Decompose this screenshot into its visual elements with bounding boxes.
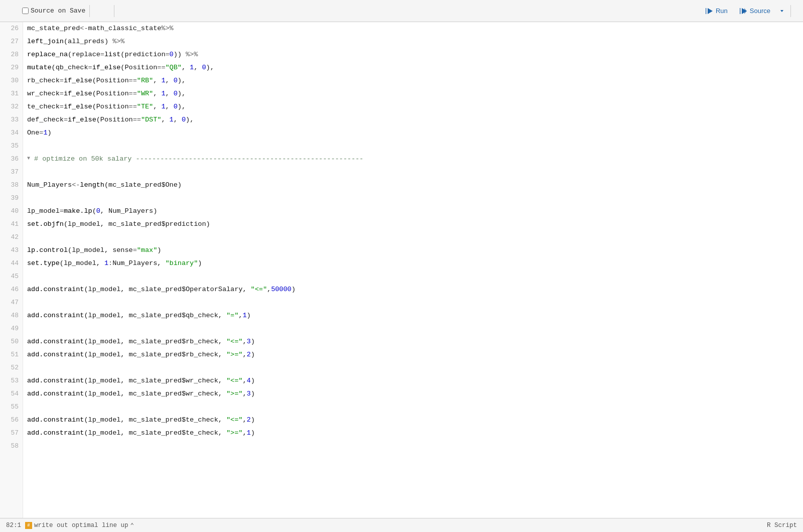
section-dropdown-icon: ⌃ xyxy=(130,521,135,529)
svg-marker-18 xyxy=(744,8,747,14)
toolbar: Source on Save xyxy=(0,0,803,22)
source-on-save-checkbox[interactable] xyxy=(22,8,29,14)
code-line[interactable]: ▼# optimize on 50k salary --------------… xyxy=(23,153,803,166)
code-line[interactable]: add.constraint(lp_model, mc_slate_pred$r… xyxy=(23,348,803,361)
code-lines: mc_state_pred <- math_classic_state %>% … xyxy=(23,22,803,453)
back-button[interactable] xyxy=(4,9,8,13)
code-line[interactable]: def_check = if_else(Position == "DST", 1… xyxy=(23,113,803,126)
code-line[interactable] xyxy=(23,401,803,414)
line-number: 40 xyxy=(0,205,23,218)
code-line[interactable]: add.constraint(lp_model, mc_slate_pred$O… xyxy=(23,283,803,296)
line-number: 48 xyxy=(0,309,23,322)
svg-marker-20 xyxy=(780,10,783,12)
code-container: 2627282930313233343536373839404142434445… xyxy=(0,22,803,518)
code-line[interactable]: lp_model= make.lp(0, Num_Players) xyxy=(23,205,803,218)
code-line[interactable]: te_check = if_else(Position == "TE", 1, … xyxy=(23,100,803,113)
forward-button[interactable] xyxy=(10,9,14,13)
code-line[interactable]: lp.control(lp_model, sense= "max") xyxy=(23,244,803,257)
line-numbers: 2627282930313233343536373839404142434445… xyxy=(0,22,23,518)
code-line[interactable]: add.constraint(lp_model, mc_slate_pred$t… xyxy=(23,414,803,427)
line-number: 44 xyxy=(0,257,23,270)
line-number: 49 xyxy=(0,322,23,335)
code-line[interactable] xyxy=(23,166,803,179)
cursor-position: 82:1 xyxy=(6,522,21,529)
code-line[interactable]: add.constraint(lp_model, mc_slate_pred$r… xyxy=(23,335,803,348)
source-on-save-label[interactable]: Source on Save xyxy=(22,7,85,15)
code-line[interactable]: add.constraint(lp_model, mc_slate_pred$q… xyxy=(23,309,803,322)
code-line[interactable]: add.constraint(lp_model, mc_slate_pred$t… xyxy=(23,427,803,440)
section-name: write out optimal line up xyxy=(34,522,128,529)
status-right: R Script xyxy=(767,522,797,529)
code-line[interactable]: rb_check = if_else(Position == "RB", 1, … xyxy=(23,74,803,87)
code-line[interactable]: wr_check = if_else(Position == "WR", 1, … xyxy=(23,87,803,100)
line-number: 42 xyxy=(0,231,23,244)
separator-2 xyxy=(114,5,114,17)
line-number: 57 xyxy=(0,427,23,440)
toolbar-left: Source on Save xyxy=(4,5,699,17)
source-label: Source xyxy=(750,7,770,15)
code-line[interactable] xyxy=(23,361,803,374)
code-line[interactable]: replace_na(replace = list(prediction = 0… xyxy=(23,48,803,61)
line-number: 45 xyxy=(0,270,23,283)
code-line[interactable]: set.type(lp_model, 1:Num_Players, "binar… xyxy=(23,257,803,270)
line-number: 55 xyxy=(0,401,23,414)
code-line[interactable]: add.constraint(lp_model, mc_slate_pred$w… xyxy=(23,387,803,401)
status-bar: 82:1 # write out optimal line up ⌃ R Scr… xyxy=(0,518,803,532)
line-number: 33 xyxy=(0,113,23,126)
code-line[interactable] xyxy=(23,231,803,244)
section-icon: # xyxy=(25,522,32,529)
line-number: 39 xyxy=(0,192,23,205)
line-number: 34 xyxy=(0,126,23,140)
line-number: 47 xyxy=(0,296,23,309)
code-line[interactable] xyxy=(23,140,803,153)
line-number: 38 xyxy=(0,179,23,192)
source-dropdown-button[interactable] xyxy=(777,7,786,16)
line-number: 43 xyxy=(0,244,23,257)
line-number: 36 xyxy=(0,153,23,166)
file-type: R Script xyxy=(767,522,797,529)
compile-button[interactable] xyxy=(118,9,122,13)
run-button[interactable]: Run xyxy=(701,5,733,17)
code-line[interactable]: One = 1) xyxy=(23,126,803,140)
line-number: 27 xyxy=(0,35,23,48)
line-number: 26 xyxy=(0,22,23,35)
line-number: 32 xyxy=(0,100,23,113)
code-line[interactable] xyxy=(23,296,803,309)
code-line[interactable]: mc_state_pred <- math_classic_state %>% xyxy=(23,22,803,35)
code-line[interactable]: Num_Players <- length(mc_slate_pred$One) xyxy=(23,179,803,192)
line-number: 46 xyxy=(0,283,23,296)
search-button[interactable] xyxy=(94,9,98,13)
line-number: 31 xyxy=(0,87,23,100)
line-number: 53 xyxy=(0,374,23,387)
line-number: 51 xyxy=(0,348,23,361)
source-on-save-text: Source on Save xyxy=(31,7,85,15)
code-line[interactable] xyxy=(23,192,803,205)
code-line[interactable] xyxy=(23,322,803,335)
code-line[interactable]: set.objfn(lp_model, mc_slate_pred$predic… xyxy=(23,218,803,231)
separator-3 xyxy=(790,5,791,17)
line-number: 56 xyxy=(0,414,23,427)
line-number: 37 xyxy=(0,166,23,179)
status-left: 82:1 # write out optimal line up ⌃ xyxy=(6,521,134,529)
source-button[interactable]: Source xyxy=(735,5,775,17)
svg-marker-15 xyxy=(708,8,713,14)
section-indicator: # write out optimal line up ⌃ xyxy=(25,521,134,529)
code-content[interactable]: mc_state_pred <- math_classic_state %>% … xyxy=(23,22,803,518)
code-line[interactable]: add.constraint(lp_model, mc_slate_pred$w… xyxy=(23,374,803,387)
save-button[interactable] xyxy=(16,9,20,13)
code-line[interactable] xyxy=(23,270,803,283)
menu-button[interactable] xyxy=(795,9,799,13)
collapse-indicator[interactable]: ▼ xyxy=(27,156,33,162)
code-line[interactable] xyxy=(23,440,803,453)
dropdown-arrow-button[interactable] xyxy=(106,9,110,13)
line-number: 52 xyxy=(0,361,23,374)
line-number: 54 xyxy=(0,387,23,401)
toolbar-right: Run Source xyxy=(701,5,799,17)
code-line[interactable]: left_join(all_preds) %>% xyxy=(23,35,803,48)
separator-1 xyxy=(89,5,90,17)
code-line[interactable]: mutate(qb_check = if_else(Position == "Q… xyxy=(23,61,803,74)
line-number: 30 xyxy=(0,74,23,87)
line-number: 41 xyxy=(0,218,23,231)
magic-wand-button[interactable] xyxy=(100,9,104,13)
run-label: Run xyxy=(716,7,728,15)
